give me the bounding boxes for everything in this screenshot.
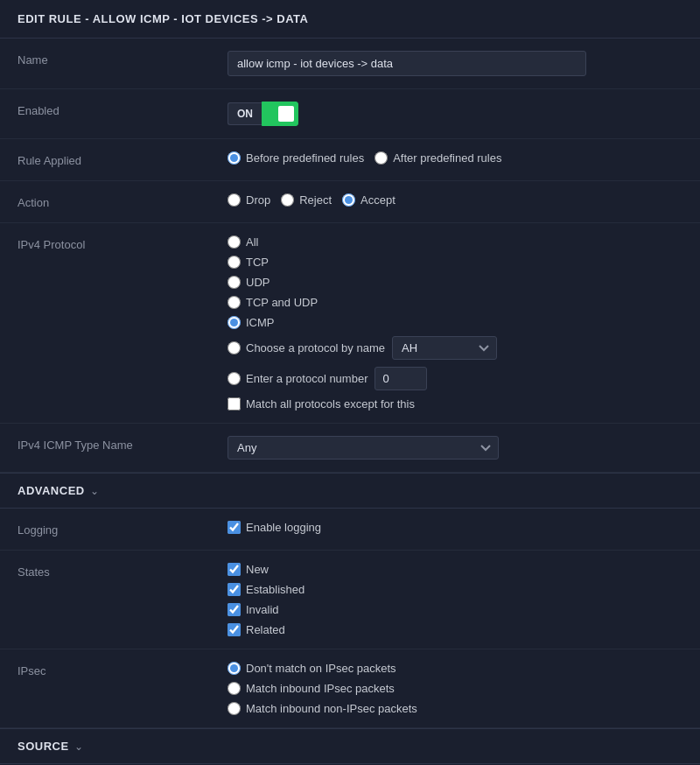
name-control <box>228 51 682 76</box>
reject-option[interactable]: Reject <box>281 193 332 207</box>
state-related-option[interactable]: Related <box>228 623 682 636</box>
rule-applied-group: Before predefined rules After predefined… <box>228 151 682 165</box>
name-label: Name <box>18 51 228 67</box>
ipsec-match-inbound-option[interactable]: Match inbound IPsec packets <box>228 682 682 695</box>
states-row: States New Established Invalid Related <box>0 551 700 649</box>
name-row: Name <box>0 39 700 89</box>
logging-label: Logging <box>18 521 228 537</box>
match-all-except-label: Match all protocols except for this <box>246 397 415 411</box>
page-header: EDIT RULE - ALLOW ICMP - IOT DEVICES -> … <box>0 0 700 39</box>
form-container: Name Enabled ON Rule Applied Before pred… <box>0 39 700 765</box>
before-predefined-option[interactable]: Before predefined rules <box>228 151 364 165</box>
ipv4-icmp-select[interactable]: Any Echo Request Echo Reply Destination … <box>228 436 499 460</box>
ipv4-icmp-label: IPv4 ICMP Type Name <box>18 436 228 452</box>
ipv4-protocol-row: IPv4 Protocol All TCP UDP TCP and UDP <box>0 223 700 424</box>
ipv4-protocol-group: All TCP UDP TCP and UDP ICMP <box>228 235 682 411</box>
action-control: Drop Reject Accept <box>228 193 682 207</box>
proto-icmp-option[interactable]: ICMP <box>228 316 682 329</box>
ipsec-match-inbound-label: Match inbound IPsec packets <box>246 682 395 695</box>
ipsec-dont-match-label: Don't match on IPsec packets <box>246 662 396 675</box>
source-section-header[interactable]: SOURCE ⌄ <box>0 728 700 764</box>
proto-tcp-option[interactable]: TCP <box>228 256 682 269</box>
proto-udp-label: UDP <box>246 276 270 289</box>
accept-option[interactable]: Accept <box>342 193 396 207</box>
protocol-number-input[interactable] <box>374 367 427 390</box>
logging-control: Enable logging <box>228 521 682 534</box>
after-predefined-label: After predefined rules <box>393 151 501 165</box>
state-invalid-option[interactable]: Invalid <box>228 603 682 616</box>
drop-label: Drop <box>246 193 270 207</box>
proto-icmp-label: ICMP <box>246 316 275 329</box>
source-section-title: SOURCE <box>18 740 69 753</box>
before-predefined-label: Before predefined rules <box>246 151 364 165</box>
enabled-row: Enabled ON <box>0 89 700 139</box>
reject-label: Reject <box>299 193 332 207</box>
proto-number-option[interactable]: Enter a protocol number <box>228 372 368 385</box>
toggle-on-label: ON <box>228 102 262 125</box>
proto-udp-option[interactable]: UDP <box>228 276 682 289</box>
drop-option[interactable]: Drop <box>228 193 270 207</box>
enable-logging-label: Enable logging <box>246 521 321 534</box>
ipv4-protocol-control: All TCP UDP TCP and UDP ICMP <box>228 235 682 411</box>
states-label: States <box>18 563 228 579</box>
ipsec-control: Don't match on IPsec packets Match inbou… <box>228 662 682 715</box>
action-group: Drop Reject Accept <box>228 193 682 207</box>
accept-label: Accept <box>360 193 396 207</box>
enabled-control: ON <box>228 102 682 126</box>
ipv4-protocol-label: IPv4 Protocol <box>18 235 228 251</box>
page-title: EDIT RULE - ALLOW ICMP - IOT DEVICES -> … <box>18 12 308 25</box>
state-invalid-label: Invalid <box>246 603 279 616</box>
protocol-by-name-select[interactable]: AH ESP GRE IGMP L2TP OSPF <box>392 336 497 360</box>
advanced-chevron-icon: ⌄ <box>90 485 99 497</box>
ipv4-icmp-row: IPv4 ICMP Type Name Any Echo Request Ech… <box>0 424 700 473</box>
state-established-label: Established <box>246 583 304 596</box>
states-control: New Established Invalid Related <box>228 563 682 636</box>
proto-all-label: All <box>246 235 258 249</box>
after-predefined-option[interactable]: After predefined rules <box>374 151 501 165</box>
proto-choose-row: Choose a protocol by name AH ESP GRE IGM… <box>228 336 682 360</box>
name-input[interactable] <box>228 51 586 76</box>
source-chevron-icon: ⌄ <box>74 740 83 753</box>
ipv4-icmp-control: Any Echo Request Echo Reply Destination … <box>228 436 682 460</box>
rule-applied-label: Rule Applied <box>18 151 228 167</box>
match-all-except-option[interactable]: Match all protocols except for this <box>228 397 682 411</box>
state-related-label: Related <box>246 623 285 636</box>
advanced-section-header[interactable]: ADVANCED ⌄ <box>0 473 700 509</box>
rule-applied-control: Before predefined rules After predefined… <box>228 151 682 165</box>
state-new-option[interactable]: New <box>228 563 682 576</box>
proto-number-label: Enter a protocol number <box>246 372 368 385</box>
states-group: New Established Invalid Related <box>228 563 682 636</box>
action-row: Action Drop Reject Accept <box>0 181 700 223</box>
proto-tcp-udp-option[interactable]: TCP and UDP <box>228 296 682 309</box>
toggle-switch[interactable] <box>262 102 298 126</box>
advanced-section-title: ADVANCED <box>18 484 85 497</box>
state-new-label: New <box>246 563 269 576</box>
ipsec-dont-match-option[interactable]: Don't match on IPsec packets <box>228 662 682 675</box>
toggle-container: ON <box>228 102 682 126</box>
ipsec-group: Don't match on IPsec packets Match inbou… <box>228 662 682 715</box>
action-label: Action <box>18 193 228 209</box>
ipsec-row: IPsec Don't match on IPsec packets Match… <box>0 649 700 728</box>
proto-number-row: Enter a protocol number <box>228 367 682 390</box>
ipsec-match-non-label: Match inbound non-IPsec packets <box>246 702 417 715</box>
proto-choose-label: Choose a protocol by name <box>246 341 385 354</box>
logging-row: Logging Enable logging <box>0 509 700 551</box>
ipsec-match-non-option[interactable]: Match inbound non-IPsec packets <box>228 702 682 715</box>
proto-choose-option[interactable]: Choose a protocol by name <box>228 341 385 354</box>
enable-logging-option[interactable]: Enable logging <box>228 521 682 534</box>
proto-tcp-udp-label: TCP and UDP <box>246 296 318 309</box>
proto-tcp-label: TCP <box>246 256 269 269</box>
ipsec-label: IPsec <box>18 662 228 677</box>
state-established-option[interactable]: Established <box>228 583 682 596</box>
rule-applied-row: Rule Applied Before predefined rules Aft… <box>0 139 700 181</box>
proto-all-option[interactable]: All <box>228 235 682 249</box>
enabled-label: Enabled <box>18 102 228 117</box>
